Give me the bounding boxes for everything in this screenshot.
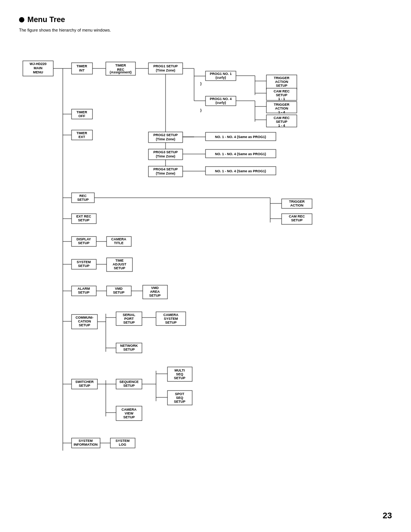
page-title-row: Menu Tree bbox=[19, 15, 392, 24]
svg-text:VMD: VMD bbox=[151, 286, 159, 290]
svg-text:CAM REC: CAM REC bbox=[274, 116, 290, 120]
svg-text:SETUP: SETUP bbox=[79, 384, 90, 387]
svg-text:1 - 4: 1 - 4 bbox=[278, 124, 285, 127]
svg-text:COMMUNI-: COMMUNI- bbox=[76, 316, 94, 319]
subtitle: The figure shows the hierarchy of menu w… bbox=[19, 28, 392, 32]
title-bullet bbox=[19, 17, 24, 22]
svg-text:SYSTEM: SYSTEM bbox=[76, 260, 91, 264]
svg-text:SPOT: SPOT bbox=[175, 392, 185, 396]
svg-text:(Time Zone): (Time Zone) bbox=[156, 154, 175, 158]
page-container: Menu Tree The figure shows the hierarchy… bbox=[0, 0, 411, 511]
svg-text:(Assignment): (Assignment) bbox=[110, 70, 132, 74]
svg-text:ACTION: ACTION bbox=[275, 106, 288, 110]
svg-text:ACTION: ACTION bbox=[290, 203, 304, 207]
svg-text:TIMER: TIMER bbox=[76, 64, 87, 68]
svg-text:(Time Zone): (Time Zone) bbox=[156, 68, 175, 72]
svg-text:SETUP: SETUP bbox=[149, 294, 161, 297]
svg-text:SETUP: SETUP bbox=[291, 218, 303, 222]
svg-text:(curly): (curly) bbox=[215, 76, 226, 79]
svg-text:DISPLAY: DISPLAY bbox=[76, 237, 91, 241]
svg-text:SETUP: SETUP bbox=[174, 376, 185, 380]
svg-text:MENU: MENU bbox=[33, 70, 43, 74]
svg-text:(curly): (curly) bbox=[215, 101, 226, 105]
svg-text:SETUP: SETUP bbox=[78, 264, 89, 268]
svg-text:SETUP: SETUP bbox=[114, 266, 125, 270]
svg-text:PROG1 NO. 1: PROG1 NO. 1 bbox=[210, 72, 232, 76]
svg-text:SETUP: SETUP bbox=[123, 321, 135, 324]
svg-text:WJ-HD220: WJ-HD220 bbox=[30, 62, 47, 66]
svg-text:SEQ: SEQ bbox=[176, 396, 183, 400]
svg-text:REC: REC bbox=[79, 194, 87, 198]
menu-tree: WJ-HD220 MAIN MENU TIMER INT TIMER REC (… bbox=[19, 40, 392, 489]
svg-text:EXT REC: EXT REC bbox=[76, 214, 91, 218]
svg-text:PROG2 SETUP: PROG2 SETUP bbox=[153, 133, 178, 137]
svg-text:LOG: LOG bbox=[119, 443, 126, 446]
svg-text:INT: INT bbox=[79, 68, 85, 72]
svg-text:PROG1 NO. 4: PROG1 NO. 4 bbox=[210, 97, 232, 101]
svg-text:SETUP: SETUP bbox=[78, 291, 89, 294]
svg-text:SETUP: SETUP bbox=[123, 348, 135, 351]
page-number: 23 bbox=[383, 511, 392, 521]
svg-text:SETUP: SETUP bbox=[174, 400, 185, 403]
svg-text:SETUP: SETUP bbox=[78, 218, 89, 222]
svg-text:TRIGGER: TRIGGER bbox=[274, 103, 290, 106]
svg-text:SETUP: SETUP bbox=[113, 291, 124, 294]
svg-text:TITLE: TITLE bbox=[114, 241, 124, 245]
svg-text:SWITCHER: SWITCHER bbox=[75, 380, 94, 384]
svg-text:SYSTEM: SYSTEM bbox=[78, 439, 92, 443]
svg-text:TRIGGER: TRIGGER bbox=[274, 76, 290, 80]
svg-text:SETUP: SETUP bbox=[276, 84, 287, 87]
svg-text:TIMER: TIMER bbox=[76, 110, 87, 114]
svg-text:SEQUENCE: SEQUENCE bbox=[119, 380, 139, 384]
svg-text:EXT: EXT bbox=[78, 135, 85, 139]
svg-text:SETUP: SETUP bbox=[78, 241, 89, 245]
svg-text:SETUP: SETUP bbox=[276, 120, 287, 124]
svg-text:PROG1 SETUP: PROG1 SETUP bbox=[153, 64, 178, 68]
svg-text:SETUP: SETUP bbox=[79, 323, 90, 327]
svg-text:INFORMATION: INFORMATION bbox=[74, 443, 98, 446]
svg-text:VMD: VMD bbox=[115, 287, 123, 291]
svg-text:(Time Zone): (Time Zone) bbox=[156, 137, 175, 141]
svg-text:NO. 1 - NO. 4 (Same as PROG1): NO. 1 - NO. 4 (Same as PROG1) bbox=[215, 135, 266, 139]
svg-text:CAM REC: CAM REC bbox=[289, 214, 305, 218]
svg-text:SEQ: SEQ bbox=[176, 372, 183, 376]
svg-text:VIEW: VIEW bbox=[124, 411, 134, 415]
svg-text:TRIGGER: TRIGGER bbox=[289, 200, 305, 203]
svg-text:MAIN: MAIN bbox=[34, 66, 43, 70]
svg-text:CAMERA: CAMERA bbox=[121, 408, 137, 411]
svg-text:(Time Zone): (Time Zone) bbox=[156, 172, 175, 175]
svg-text:ALARM: ALARM bbox=[78, 287, 90, 291]
svg-text:PORT: PORT bbox=[124, 317, 134, 321]
svg-text:SETUP: SETUP bbox=[123, 415, 135, 419]
svg-text:1 - 1: 1 - 1 bbox=[278, 97, 285, 101]
svg-text:PROG3 SETUP: PROG3 SETUP bbox=[153, 150, 178, 154]
svg-text:}: } bbox=[200, 82, 202, 86]
svg-text:SETUP: SETUP bbox=[276, 93, 287, 97]
svg-text:NETWORK: NETWORK bbox=[120, 344, 138, 348]
svg-text:SYSTEM: SYSTEM bbox=[164, 317, 178, 321]
svg-text:SYSTEM: SYSTEM bbox=[115, 439, 129, 443]
svg-text:SERIAL: SERIAL bbox=[123, 313, 135, 317]
svg-text:MULTI: MULTI bbox=[175, 368, 185, 372]
tree-diagram: WJ-HD220 MAIN MENU TIMER INT TIMER REC (… bbox=[19, 40, 392, 489]
svg-text:}: } bbox=[200, 108, 202, 112]
svg-text:SETUP: SETUP bbox=[165, 321, 177, 324]
svg-text:CAMERA: CAMERA bbox=[111, 237, 126, 241]
svg-text:SETUP: SETUP bbox=[123, 384, 135, 387]
page-title: Menu Tree bbox=[27, 15, 65, 24]
svg-text:CATION: CATION bbox=[78, 319, 91, 323]
svg-text:NO. 1 - NO. 4 (Same as PROG1): NO. 1 - NO. 4 (Same as PROG1) bbox=[215, 169, 266, 173]
svg-text:ADJUST: ADJUST bbox=[113, 262, 127, 266]
svg-text:OFF: OFF bbox=[78, 114, 85, 118]
svg-text:PROG4 SETUP: PROG4 SETUP bbox=[153, 167, 178, 171]
svg-text:ACTION: ACTION bbox=[275, 80, 288, 84]
svg-text:SETUP: SETUP bbox=[77, 198, 89, 202]
svg-text:CAMERA: CAMERA bbox=[163, 313, 178, 317]
svg-text:TIME: TIME bbox=[115, 259, 124, 262]
svg-text:TIMER: TIMER bbox=[76, 131, 87, 135]
svg-text:TIMER: TIMER bbox=[115, 64, 126, 67]
svg-text:NO. 1 - NO. 4 (Same as PROG1): NO. 1 - NO. 4 (Same as PROG1) bbox=[215, 152, 266, 156]
svg-text:CAM REC: CAM REC bbox=[274, 89, 290, 93]
svg-text:1 - 4: 1 - 4 bbox=[278, 110, 285, 114]
svg-text:AREA: AREA bbox=[150, 290, 160, 294]
